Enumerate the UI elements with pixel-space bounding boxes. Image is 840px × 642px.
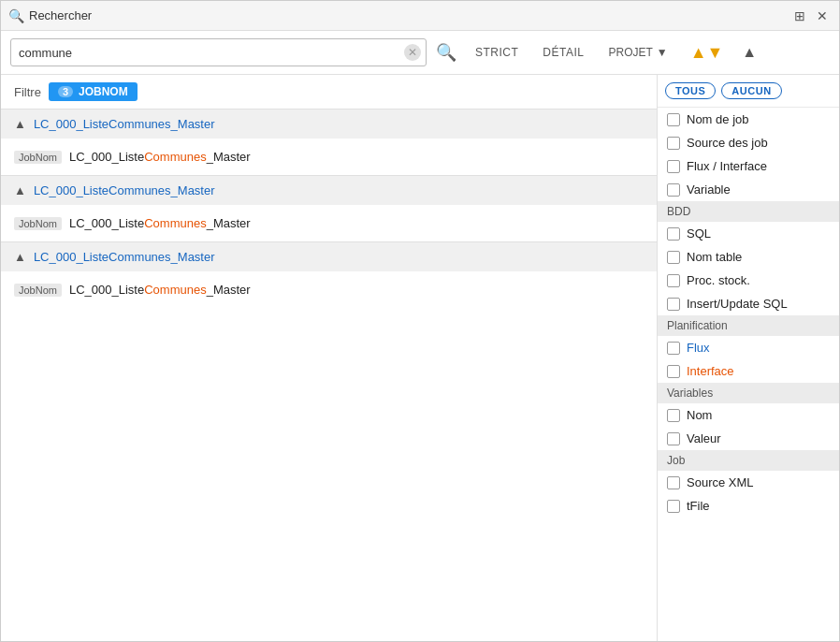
filter-item-label-nom: Nom: [687, 408, 712, 422]
checkbox-flux[interactable]: [667, 342, 680, 355]
chevron-up-icon-2: ▲: [14, 183, 26, 197]
filter-item-label-flux: Flux: [687, 341, 710, 355]
filter-item-label-variable: Variable: [687, 182, 731, 197]
filter-label: Filtre: [14, 85, 41, 99]
projet-chevron-icon: ▼: [657, 46, 668, 59]
checkbox-insert-update-sql[interactable]: [667, 298, 680, 311]
filter-item-insert-update-sql[interactable]: Insert/Update SQL: [658, 292, 839, 315]
filter-item-label-source-des-job: Source des job: [687, 136, 768, 150]
filter-item-source-des-job[interactable]: Source des job: [658, 131, 839, 154]
checkbox-sql[interactable]: [667, 227, 680, 241]
filter-item-variable[interactable]: Variable: [658, 178, 839, 201]
close-button[interactable]: ✕: [813, 7, 832, 25]
projet-label: PROJET: [608, 46, 652, 59]
checkbox-nom-table[interactable]: [667, 251, 680, 264]
result-tag-2: JobNom: [14, 217, 62, 230]
filter-item-label-valeur: Valeur: [687, 431, 721, 445]
window-controls: ⊞ ✕: [790, 7, 832, 25]
chevron-up-icon: ▲: [14, 117, 26, 131]
chevron-up-icon-3: ▲: [14, 250, 26, 264]
filter-item-label-nom-table: Nom table: [687, 250, 742, 264]
clear-search-button[interactable]: ✕: [404, 44, 421, 61]
search-button[interactable]: 🔍: [432, 38, 460, 66]
filter-item-proc-stock[interactable]: Proc. stock.: [658, 269, 839, 292]
search-bar: ✕ 🔍 STRICT DÉTAIL PROJET ▼ ▲▼ ▲: [1, 31, 839, 75]
filter-item-nom[interactable]: Nom: [658, 403, 839, 427]
filter-item-valeur[interactable]: Valeur: [658, 427, 839, 450]
checkbox-valeur[interactable]: [667, 432, 680, 445]
search-input-wrap: ✕: [10, 38, 427, 66]
filter-item-interface[interactable]: Interface: [658, 359, 839, 383]
aucun-button[interactable]: AUCUN: [721, 82, 781, 99]
result-tag-3: JobNom: [14, 284, 62, 297]
result-group-2: ▲ LC_000_ListeCommunes_Master JobNom LC_…: [1, 175, 657, 241]
filter-item-label-tfile: tFile: [687, 499, 710, 513]
filter-button[interactable]: ▲▼: [683, 39, 731, 66]
filter-dropdown-panel: TOUS AUCUN Nom de job Source des job Flu…: [657, 75, 839, 641]
checkbox-interface[interactable]: [667, 365, 680, 378]
group-title-1: LC_000_ListeCommunes_Master: [34, 117, 215, 131]
filter-item-label-interface: Interface: [687, 364, 734, 378]
search-input[interactable]: [10, 38, 427, 66]
result-row-2-1: JobNom LC_000_ListeCommunes_Master: [14, 212, 644, 234]
result-text-3: LC_000_ListeCommunes_Master: [69, 283, 251, 297]
result-row-3-1: JobNom LC_000_ListeCommunes_Master: [14, 279, 644, 300]
filter-icon: ▲▼: [690, 43, 724, 62]
filter-section-label-job: Job: [658, 450, 839, 471]
strict-button[interactable]: STRICT: [466, 42, 528, 63]
main-window: 🔍 Rechercher ⊞ ✕ ✕ 🔍 STRICT DÉTAIL PROJE…: [0, 0, 840, 642]
filter-item-nom-table[interactable]: Nom table: [658, 245, 839, 269]
checkbox-source-des-job[interactable]: [667, 137, 680, 150]
result-text-2: LC_000_ListeCommunes_Master: [69, 216, 251, 230]
filter-item-flux-interface[interactable]: Flux / Interface: [658, 154, 839, 178]
filter-item-sql[interactable]: SQL: [658, 222, 839, 245]
filter-section-variables: Variables Nom Valeur: [658, 383, 839, 450]
checkbox-source-xml[interactable]: [667, 476, 680, 489]
filter-item-nom-de-job[interactable]: Nom de job: [658, 108, 839, 131]
filter-section-default: Nom de job Source des job Flux / Interfa…: [658, 108, 839, 201]
filter-item-label-source-xml: Source XML: [687, 475, 754, 489]
filter-item-label-flux-interface: Flux / Interface: [687, 159, 767, 173]
filter-item-tfile[interactable]: tFile: [658, 494, 839, 518]
checkbox-variable[interactable]: [667, 183, 680, 197]
tous-button[interactable]: TOUS: [665, 82, 716, 99]
checkbox-proc-stock[interactable]: [667, 274, 680, 287]
filter-tag-count: 3: [58, 86, 73, 97]
filter-section-label-bdd: BDD: [658, 201, 839, 222]
checkbox-nom[interactable]: [667, 409, 680, 422]
filter-section-planification: Planification Flux Interface: [658, 315, 839, 383]
checkbox-nom-de-job[interactable]: [667, 113, 680, 126]
group-body-1: JobNom LC_000_ListeCommunes_Master: [1, 139, 657, 175]
collapse-button[interactable]: ▲: [736, 40, 762, 65]
checkbox-tfile[interactable]: [667, 500, 680, 513]
projet-button[interactable]: PROJET ▼: [599, 42, 676, 63]
group-title-2: LC_000_ListeCommunes_Master: [34, 183, 215, 197]
filter-item-flux[interactable]: Flux: [658, 336, 839, 359]
filter-section-label-variables: Variables: [658, 383, 839, 403]
title-bar: 🔍 Rechercher ⊞ ✕: [1, 1, 839, 31]
checkbox-flux-interface[interactable]: [667, 160, 680, 173]
detail-button[interactable]: DÉTAIL: [533, 42, 593, 63]
filter-bar: Filtre 3 JOBNOM: [1, 75, 657, 109]
filter-item-source-xml[interactable]: Source XML: [658, 471, 839, 494]
group-body-3: JobNom LC_000_ListeCommunes_Master: [1, 271, 657, 308]
filter-tag-label: JOBNOM: [79, 85, 128, 98]
filter-item-label-sql: SQL: [687, 226, 711, 241]
group-header-3[interactable]: ▲ LC_000_ListeCommunes_Master: [1, 242, 657, 271]
restore-button[interactable]: ⊞: [790, 7, 809, 25]
filter-tag-jobnom[interactable]: 3 JOBNOM: [49, 82, 138, 101]
left-panel: Filtre 3 JOBNOM ▲ LC_000_ListeCommunes_M…: [1, 75, 657, 641]
result-text: LC_000_ListeCommunes_Master: [69, 150, 251, 164]
result-tag: JobNom: [14, 151, 62, 164]
filter-section-job: Job Source XML tFile: [658, 450, 839, 518]
group-header-2[interactable]: ▲ LC_000_ListeCommunes_Master: [1, 176, 657, 205]
filter-panel-top: TOUS AUCUN: [658, 75, 839, 108]
filter-section-label-planification: Planification: [658, 315, 839, 336]
app-icon: 🔍: [8, 8, 23, 23]
group-title-3: LC_000_ListeCommunes_Master: [34, 250, 215, 264]
group-header-1[interactable]: ▲ LC_000_ListeCommunes_Master: [1, 109, 657, 139]
result-group-1: ▲ LC_000_ListeCommunes_Master JobNom LC_…: [1, 109, 657, 175]
filter-section-bdd: BDD SQL Nom table Proc. stock. Insert/Up…: [658, 201, 839, 315]
main-content: Filtre 3 JOBNOM ▲ LC_000_ListeCommunes_M…: [1, 75, 839, 641]
result-row-1-1: JobNom LC_000_ListeCommunes_Master: [14, 146, 644, 168]
